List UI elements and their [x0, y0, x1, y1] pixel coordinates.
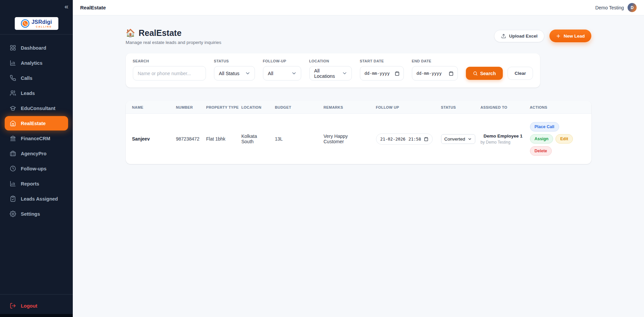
col-actions: ACTIONS — [527, 101, 591, 114]
search-button-label: Search — [480, 71, 496, 76]
upload-excel-button[interactable]: Upload Excel — [494, 30, 545, 42]
clipboard-check-icon — [10, 196, 16, 202]
bank-icon — [10, 135, 16, 142]
followup-select[interactable]: All — [263, 66, 301, 81]
brand-tagline: CALLING — [36, 25, 52, 28]
filter-bar: SEARCH STATUS All Status FOLLOW-UP Al — [126, 53, 540, 88]
chevron-down-icon — [342, 70, 347, 76]
col-name: NAME — [126, 101, 173, 114]
search-input[interactable] — [133, 66, 206, 81]
page-actions: Upload Excel New Lead — [494, 30, 591, 42]
status-select[interactable]: All Status — [214, 66, 255, 81]
page-title-text: RealEstate — [139, 28, 181, 38]
col-budget: BUDGET — [272, 101, 320, 114]
sidebar-item-dashboard[interactable]: Dashboard — [0, 40, 73, 55]
bar-chart-icon — [10, 180, 16, 187]
location-select-value: All Locations — [314, 68, 342, 79]
search-icon — [473, 71, 478, 76]
sidebar-item-label: Leads Assigned — [21, 196, 58, 202]
sidebar: « JSRdigi CALLING Dashboard — [0, 0, 73, 317]
clear-button[interactable]: Clear — [507, 67, 533, 80]
sidebar-collapse-icon[interactable]: « — [64, 1, 68, 11]
sidebar-bottom-strip — [0, 314, 73, 317]
sidebar-item-analytics[interactable]: Analytics — [0, 55, 73, 70]
sidebar-item-label: AgencyPro — [21, 151, 47, 156]
location-field: LOCATION All Locations — [309, 59, 352, 81]
sidebar-nav: Dashboard Analytics Calls Leads EduConsu… — [0, 34, 73, 221]
sidebar-item-followups[interactable]: Follow-ups — [0, 161, 73, 176]
sidebar-item-educonsultant[interactable]: EduConsultant — [0, 101, 73, 116]
new-lead-label: New Lead — [564, 34, 585, 39]
sidebar-footer: Logout — [0, 294, 73, 317]
end-date-input[interactable]: dd-mm-yyyy — [412, 66, 458, 81]
plus-icon — [556, 34, 561, 39]
delete-button[interactable]: Delete — [530, 146, 552, 156]
status-label: STATUS — [214, 59, 255, 63]
sidebar-item-leads[interactable]: Leads — [0, 86, 73, 101]
new-lead-button[interactable]: New Lead — [549, 30, 591, 42]
phone-icon — [10, 75, 16, 81]
search-button[interactable]: Search — [466, 67, 503, 80]
users-icon — [10, 90, 16, 96]
sidebar-item-label: Follow-ups — [21, 166, 47, 171]
start-date-field: START DATE dd-mm-yyyy — [360, 59, 404, 81]
sidebar-item-label: Calls — [21, 75, 33, 81]
logout-button[interactable]: Logout — [10, 303, 37, 309]
page-header: 🏠 RealEstate Manage real estate leads an… — [126, 28, 591, 45]
brand-text: JSRdigi CALLING — [32, 19, 52, 28]
col-remarks: REMARKS — [320, 101, 373, 114]
assign-button[interactable]: Assign — [530, 134, 553, 144]
avatar[interactable]: D — [628, 3, 637, 12]
table-header-row: NAME NUMBER PROPERTY TYPE LOCATION BUDGE… — [126, 101, 591, 114]
sidebar-item-reports[interactable]: Reports — [0, 176, 73, 191]
col-property-type: PROPERTY TYPE — [203, 101, 238, 114]
sidebar-item-label: FinanceCRM — [21, 136, 50, 141]
followup-label: FOLLOW-UP — [263, 59, 301, 63]
sidebar-item-label: EduConsultant — [21, 106, 55, 111]
calendar-icon — [424, 137, 428, 141]
sidebar-item-realestate[interactable]: RealEstate — [5, 116, 68, 130]
brand-name: JSRdigi — [32, 19, 52, 25]
upload-excel-label: Upload Excel — [509, 34, 538, 39]
edit-button[interactable]: Edit — [555, 134, 573, 144]
sidebar-item-label: Reports — [21, 181, 39, 187]
place-call-button[interactable]: Place Call — [530, 122, 559, 131]
main-area: RealEstate Demo Testing D 🏠 RealEstate M… — [73, 0, 644, 317]
followup-datetime-input[interactable]: 21-02-2026 21:58 — [376, 134, 433, 145]
start-date-label: START DATE — [360, 59, 404, 63]
leads-table-card: NAME NUMBER PROPERTY TYPE LOCATION BUDGE… — [126, 101, 591, 164]
topbar: RealEstate Demo Testing D — [73, 0, 644, 15]
location-select[interactable]: All Locations — [309, 66, 352, 81]
bar-chart-icon — [10, 60, 16, 66]
briefcase-icon — [10, 150, 16, 157]
sidebar-item-label: Settings — [21, 211, 40, 217]
user-name: Demo Testing — [595, 5, 624, 10]
lead-location: Kolkata South — [238, 114, 272, 164]
sidebar-item-settings[interactable]: Settings — [0, 206, 73, 221]
end-date-field: END DATE dd-mm-yyyy — [412, 59, 458, 81]
app-root: « JSRdigi CALLING Dashboard — [0, 0, 644, 317]
col-assigned-to: ASSIGNED TO — [477, 101, 527, 114]
lead-status-select[interactable]: Converted — [441, 134, 475, 144]
grid-icon — [10, 45, 16, 51]
page-subtitle: Manage real estate leads and property in… — [126, 40, 221, 45]
gear-icon — [10, 211, 16, 217]
sidebar-item-agencypro[interactable]: AgencyPro — [0, 146, 73, 161]
end-date-label: END DATE — [412, 59, 458, 63]
table-row: Sanjeev 987238472 Flat 1bhk Kolkata Sout… — [126, 114, 591, 164]
user-menu[interactable]: Demo Testing D — [595, 3, 637, 12]
chevron-down-icon — [468, 137, 472, 141]
home-icon — [10, 120, 16, 126]
page-title: 🏠 RealEstate — [126, 28, 221, 38]
search-field: SEARCH — [133, 59, 206, 81]
start-date-input[interactable]: dd-mm-yyyy — [360, 66, 404, 81]
topbar-title: RealEstate — [80, 5, 106, 10]
graduation-cap-icon — [10, 105, 16, 111]
clock-icon — [10, 165, 16, 172]
sidebar-item-label: Dashboard — [21, 45, 46, 51]
sidebar-item-calls[interactable]: Calls — [0, 70, 73, 86]
sidebar-item-financecrm[interactable]: FinanceCRM — [0, 131, 73, 146]
sidebar-item-leads-assigned[interactable]: Leads Assigned — [0, 191, 73, 206]
calendar-icon — [395, 71, 399, 76]
end-date-value: dd-mm-yyyy — [417, 71, 442, 76]
